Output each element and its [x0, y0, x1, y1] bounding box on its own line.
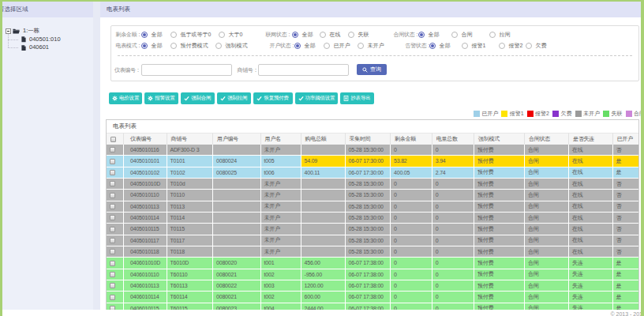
- row-checkbox[interactable]: [110, 261, 115, 266]
- table-row: 0405010114T0114未开户05-28 15:30:0000预付费合闸在…: [107, 213, 638, 224]
- radio-option[interactable]: 预付费模式: [170, 42, 208, 50]
- table-cell: 合闸: [525, 167, 569, 179]
- row-checkbox[interactable]: [110, 181, 115, 186]
- radio-icon[interactable]: [526, 43, 532, 49]
- tree-collapse-icon[interactable]: [6, 28, 11, 34]
- radio-option[interactable]: 全部: [429, 42, 451, 50]
- table-cell: T010d: [167, 179, 214, 190]
- table-cell: 未开户: [261, 201, 301, 213]
- radio-option[interactable]: 在线: [320, 31, 341, 39]
- table-cell: [301, 145, 346, 156]
- table-cell: 0: [391, 246, 432, 258]
- radio-option[interactable]: 未开户: [358, 42, 384, 50]
- table-row: 0405010118T0118未开户05-28 15:30:0000预付费合闸在…: [107, 246, 638, 258]
- radio-icon[interactable]: [324, 43, 330, 49]
- query-button[interactable]: 查询: [357, 64, 387, 75]
- radio-option[interactable]: 报警1: [462, 42, 486, 50]
- row-checkbox[interactable]: [110, 306, 115, 310]
- radio-option[interactable]: 合闸: [451, 31, 473, 39]
- action-button[interactable]: 电价设置: [109, 92, 142, 104]
- radio-icon[interactable]: [348, 32, 354, 38]
- row-checkbox[interactable]: [110, 159, 115, 164]
- table-cell: 0080021: [213, 269, 261, 280]
- radio-icon[interactable]: [170, 43, 177, 49]
- tree-node-leaf[interactable]: 040501:010: [2, 36, 93, 44]
- legend-color-swatch: [474, 111, 480, 117]
- column-header: 强制模式: [474, 133, 525, 145]
- row-checkbox[interactable]: [110, 295, 115, 300]
- action-button[interactable]: 恢复预付费: [253, 92, 293, 104]
- radio-icon[interactable]: [141, 43, 148, 49]
- radio-icon[interactable]: [499, 43, 505, 49]
- row-checkbox[interactable]: [110, 215, 115, 220]
- action-button[interactable]: 功率阈值设置: [295, 92, 339, 104]
- radio-icon[interactable]: [429, 43, 436, 49]
- row-checkbox[interactable]: [110, 204, 115, 209]
- row-checkbox[interactable]: [110, 272, 115, 277]
- table-cell: 合闸: [525, 201, 569, 213]
- table-cell: 05-28 15:30:00: [346, 190, 391, 201]
- row-checkbox[interactable]: [110, 238, 115, 243]
- action-button[interactable]: 报警设置: [144, 92, 178, 104]
- table-cell: 未开户: [261, 190, 301, 201]
- radio-option[interactable]: 全部: [141, 31, 163, 39]
- legend-color-swatch: [552, 111, 559, 117]
- folder-icon: [13, 28, 20, 34]
- radio-icon[interactable]: [489, 32, 496, 38]
- table-cell: T0118: [167, 246, 214, 258]
- search-icon: [362, 67, 368, 73]
- legend-color-swatch: [575, 111, 582, 117]
- column-header: 合闸状态: [525, 133, 569, 145]
- tree-node-label[interactable]: 040601: [29, 43, 49, 52]
- tree-node-label[interactable]: 1:一栋: [23, 27, 39, 36]
- legend-item: 报警1: [501, 110, 523, 118]
- row-checkbox[interactable]: [110, 147, 115, 152]
- table-cell: 合闸: [525, 224, 569, 235]
- row-checkbox[interactable]: [110, 170, 115, 175]
- tree-node-root[interactable]: 1:一栋: [2, 27, 93, 36]
- radio-icon[interactable]: [451, 32, 458, 38]
- action-button[interactable]: 强制拉闸: [217, 92, 251, 104]
- radio-option[interactable]: 全部: [294, 42, 316, 50]
- radio-option[interactable]: 强制模式: [215, 42, 248, 50]
- radio-icon[interactable]: [170, 32, 177, 38]
- table-cell: 05-28 15:30:00: [346, 201, 391, 213]
- select-all-checkbox[interactable]: [110, 137, 116, 142]
- radio-option[interactable]: 全部: [292, 31, 313, 39]
- radio-option[interactable]: 拉闸: [489, 31, 511, 39]
- shop-number-input[interactable]: [258, 64, 349, 76]
- row-checkbox[interactable]: [110, 283, 115, 288]
- radio-icon[interactable]: [294, 43, 301, 49]
- copyright-text: © 2013 - 201: [610, 311, 642, 316]
- table-row: 0405010117T0117未开户05-28 15:30:0000预付费合闸在…: [107, 235, 638, 246]
- row-select-cell: [107, 179, 124, 190]
- row-checkbox[interactable]: [110, 193, 115, 198]
- tree-node-label[interactable]: 040501:010: [29, 36, 61, 44]
- radio-icon[interactable]: [215, 43, 222, 49]
- tree-children: 040501:010 040601: [2, 36, 93, 52]
- radio-icon[interactable]: [358, 43, 364, 49]
- action-button[interactable]: 强制合闸: [181, 92, 215, 104]
- radio-option[interactable]: 全部: [141, 42, 163, 50]
- action-button[interactable]: 抄表导出: [340, 92, 373, 104]
- radio-option[interactable]: 报警2: [499, 42, 523, 50]
- radio-icon[interactable]: [320, 32, 326, 38]
- radio-option[interactable]: 已开户: [324, 42, 350, 50]
- meter-number-input[interactable]: [141, 64, 232, 76]
- radio-label: 全部: [152, 31, 163, 39]
- radio-option[interactable]: 失联: [348, 31, 369, 39]
- radio-option[interactable]: 大于0: [219, 31, 243, 39]
- radio-option[interactable]: 全部: [418, 31, 440, 39]
- tree-node-leaf[interactable]: 040601: [2, 43, 93, 52]
- radio-icon[interactable]: [462, 43, 468, 49]
- radio-option[interactable]: 低于或等于0: [170, 31, 212, 39]
- radio-icon[interactable]: [418, 32, 425, 38]
- legend-item: 未开户: [575, 110, 601, 118]
- radio-icon[interactable]: [141, 32, 148, 38]
- radio-icon[interactable]: [292, 32, 298, 38]
- radio-option[interactable]: 欠费: [526, 42, 547, 50]
- table-title: 电表列表: [107, 120, 638, 133]
- row-checkbox[interactable]: [110, 249, 115, 254]
- row-checkbox[interactable]: [110, 227, 115, 232]
- radio-icon[interactable]: [219, 32, 225, 38]
